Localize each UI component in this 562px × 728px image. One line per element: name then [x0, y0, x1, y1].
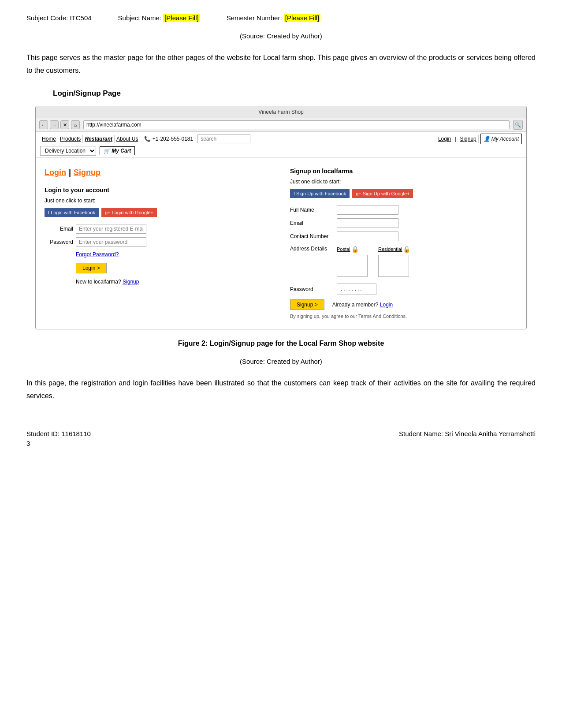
- login-tab[interactable]: Login: [45, 167, 66, 179]
- section-heading: Login/Signup Page: [53, 88, 536, 99]
- signup-title: Signup on localfarma: [290, 167, 517, 176]
- postal-col: Postal 🔒: [337, 245, 368, 280]
- signup-contact-label: Contact Number: [290, 232, 334, 240]
- tab-divider: |: [69, 167, 71, 179]
- signup-tab[interactable]: Signup: [74, 167, 100, 179]
- login-password-row: Password: [45, 237, 272, 247]
- postal-textarea[interactable]: [337, 255, 368, 277]
- postal-lock-icon: 🔒: [351, 245, 359, 254]
- login-email-label: Email: [45, 225, 73, 233]
- tab-header: Login | Signup: [45, 167, 272, 179]
- login-section: Login | Signup Login to your account Jus…: [45, 167, 281, 320]
- google-icon: g+: [356, 191, 361, 196]
- login-google-button[interactable]: g+ Login with Google+: [101, 208, 157, 217]
- body-paragraph-1: This page serves as the master page for …: [26, 52, 536, 77]
- login-password-input[interactable]: [76, 237, 146, 247]
- terms-text: By signing up, you agree to our Terms An…: [290, 313, 517, 320]
- body-paragraph-2: In this page, the registration and login…: [26, 377, 536, 403]
- close-button[interactable]: ✕: [60, 120, 69, 129]
- footer: Student ID: 11618110 3 Student Name: Sri…: [26, 429, 536, 449]
- residential-textarea[interactable]: [378, 255, 409, 277]
- nav-separator: |: [455, 135, 456, 143]
- nav-about-us[interactable]: About Us: [115, 135, 140, 143]
- signup-password-row: Password ........: [290, 284, 517, 295]
- signup-contact-row: Contact Number: [290, 231, 517, 241]
- postal-label: Postal: [337, 246, 350, 253]
- subject-name: Subject Name: [Please Fill]: [118, 13, 200, 23]
- subject-code: Subject Code: ITC504: [26, 13, 92, 23]
- new-user-signup-link[interactable]: Signup: [123, 279, 139, 285]
- login-button[interactable]: Login >: [76, 263, 107, 273]
- source-line-1: (Source: Created by Author): [26, 31, 536, 41]
- address-grid: Postal 🔒 Residential 🔒: [337, 245, 428, 280]
- footer-right: Student Name: Sri Vineela Anitha Yerrams…: [399, 429, 536, 449]
- facebook-icon: f: [294, 191, 295, 196]
- nav-links-group: Home Products Restaurant About Us: [40, 135, 140, 143]
- signup-subtitle: Just one click to start:: [290, 178, 517, 186]
- browser-search-button[interactable]: 🔍: [513, 120, 523, 130]
- login-email-input[interactable]: [76, 224, 146, 234]
- signup-password-label: Password: [290, 285, 334, 293]
- my-cart-button[interactable]: 🛒 My Cart: [100, 146, 135, 155]
- nav-restaurant[interactable]: Restaurant: [83, 135, 115, 143]
- signup-social-buttons: f Sign Up with Facebook g+ Sign Up with …: [290, 189, 517, 198]
- source-line-2: (Source: Created by Author): [26, 357, 536, 367]
- delivery-location-select[interactable]: Delivery Location: [40, 146, 96, 156]
- browser-address-bar: ← → ✕ ⌂ 🔍: [36, 118, 526, 132]
- forgot-password-link[interactable]: Forgot Password?: [76, 250, 272, 258]
- nav-account[interactable]: 👤 My Account: [480, 134, 522, 144]
- footer-page-number: 3: [26, 439, 91, 449]
- nav-row-2: Delivery Location 🛒 My Cart: [40, 146, 522, 156]
- signup-contact-input[interactable]: [337, 231, 398, 241]
- signup-address-row: Address Details Postal 🔒 Residential �: [290, 245, 517, 280]
- nav-login-signup: Login | Signup 👤 My Account: [436, 134, 522, 144]
- nav-login[interactable]: Login: [436, 135, 453, 143]
- figure-caption: Figure 2: Login/Signup page for the Loca…: [26, 338, 536, 349]
- signup-fullname-label: Full Name: [290, 206, 334, 214]
- signup-button[interactable]: Signup >: [290, 299, 324, 310]
- signup-email-row: Email: [290, 218, 517, 228]
- nav-home[interactable]: Home: [40, 135, 58, 143]
- signup-email-label: Email: [290, 219, 334, 227]
- residential-label: Residential: [378, 246, 402, 253]
- home-button[interactable]: ⌂: [71, 120, 80, 129]
- footer-left: Student ID: 11618110 3: [26, 429, 91, 449]
- login-subtitle: Just one click to start:: [45, 197, 272, 205]
- signup-fullname-input[interactable]: [337, 205, 398, 215]
- account-icon: 👤: [484, 135, 490, 143]
- login-email-row: Email: [45, 224, 272, 234]
- subject-name-value: [Please Fill]: [163, 14, 200, 22]
- signup-password-dots: ........: [337, 284, 376, 295]
- address-bar-input[interactable]: [83, 120, 510, 129]
- signup-address-label: Address Details: [290, 245, 334, 253]
- account-label: My Account: [491, 135, 519, 143]
- semester: Semester Number: [Please Fill]: [227, 13, 321, 23]
- already-member-text: Already a member? Login: [332, 301, 393, 309]
- semester-value: [Please Fill]: [284, 14, 321, 22]
- footer-student-id: Student ID: 11618110: [26, 429, 91, 439]
- signup-facebook-button[interactable]: f Sign Up with Facebook: [290, 189, 350, 198]
- nav-row-1: Home Products Restaurant About Us 📞 +1-2…: [40, 134, 522, 144]
- signup-email-input[interactable]: [337, 218, 398, 228]
- login-facebook-button[interactable]: f Login with Facebook: [45, 208, 99, 217]
- google-icon: g+: [105, 210, 111, 215]
- nav-products[interactable]: Products: [58, 135, 83, 143]
- already-login-link[interactable]: Login: [380, 302, 393, 308]
- signup-section: Signup on localfarma Just one click to s…: [281, 167, 517, 320]
- signup-google-button[interactable]: g+ Sign Up with Google+: [352, 189, 413, 198]
- browser-title-bar: Vineela Farm Shop: [36, 106, 526, 118]
- residential-col: Residential 🔒: [378, 245, 418, 280]
- site-navigation: Home Products Restaurant About Us 📞 +1-2…: [36, 132, 526, 158]
- login-password-label: Password: [45, 238, 73, 246]
- login-title: Login to your account: [45, 186, 272, 195]
- new-user-text: New to localfarma? Signup: [76, 278, 272, 286]
- nav-search-input[interactable]: [197, 134, 250, 143]
- back-button[interactable]: ←: [39, 120, 48, 129]
- nav-phone: 📞 +1-202-555-0181: [144, 135, 193, 143]
- browser-mockup: Vineela Farm Shop ← → ✕ ⌂ 🔍 Home Product…: [35, 106, 527, 329]
- signup-action-row: Signup > Already a member? Login: [290, 299, 517, 310]
- forward-button[interactable]: →: [50, 120, 59, 129]
- residential-lock-icon: 🔒: [403, 245, 410, 254]
- signup-fullname-row: Full Name: [290, 205, 517, 215]
- nav-signup[interactable]: Signup: [458, 135, 478, 143]
